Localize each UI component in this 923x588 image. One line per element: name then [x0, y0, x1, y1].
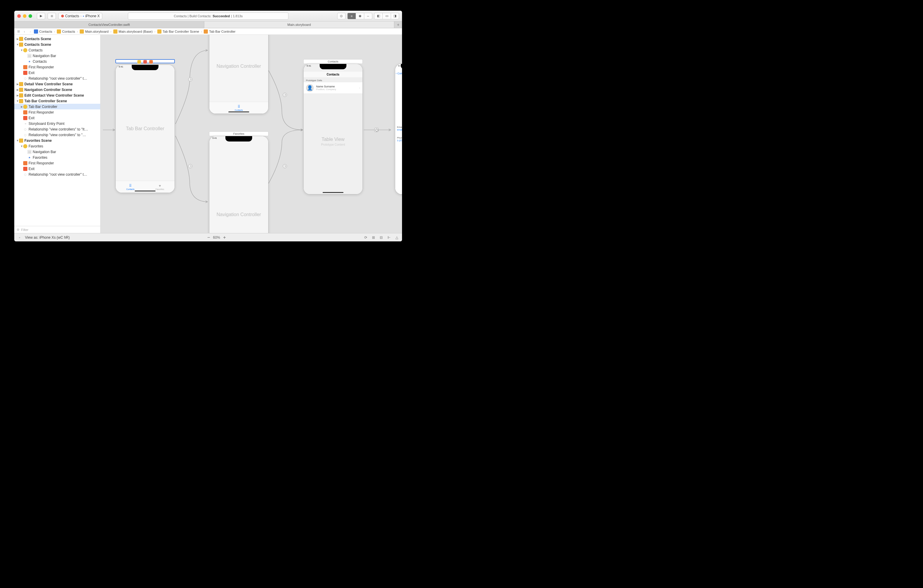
- toggle-debug-button[interactable]: ▭: [383, 13, 391, 19]
- disclosure-arrow-icon[interactable]: ▶: [16, 88, 19, 91]
- activity-prefix: Contacts | Build Contacts:: [174, 14, 212, 18]
- fr-icon: [23, 65, 27, 69]
- close-icon[interactable]: [17, 14, 21, 18]
- update-frames-button[interactable]: ⟳: [363, 235, 368, 240]
- tab-contacts-vc-swift[interactable]: ContactsViewController.swift: [14, 21, 204, 28]
- disclosure-arrow-icon[interactable]: ▼: [16, 139, 19, 142]
- outline-row[interactable]: ★Contacts: [14, 59, 100, 64]
- jump-bar[interactable]: ⊞ ‹ › Contacts› Contacts› Main.storyboar…: [14, 28, 402, 35]
- version-editor-button[interactable]: ↔: [364, 13, 372, 19]
- outline-row[interactable]: First Responder: [14, 64, 100, 70]
- disclosure-arrow-icon[interactable]: ▶: [16, 94, 19, 97]
- jump-item-2[interactable]: Main.storyboard: [85, 30, 108, 33]
- scheme-selector[interactable]: ⬢ Contacts › ▪ iPhone X: [58, 13, 102, 19]
- scheme-device-label: iPhone X: [85, 14, 100, 18]
- toggle-outline-button[interactable]: ▫: [17, 235, 22, 240]
- add-tab-button[interactable]: +: [394, 21, 402, 28]
- contacts-viewcontroller-scene[interactable]: 9:41 Contacts Prototype Cells 👤 Name Sur…: [303, 64, 363, 194]
- outline-row[interactable]: ★Favorites: [14, 154, 100, 160]
- back-button[interactable]: ‹: [22, 30, 27, 33]
- jump-item-1[interactable]: Contacts: [62, 30, 75, 33]
- zoom-icon[interactable]: [28, 14, 32, 18]
- resolve-button[interactable]: △: [394, 235, 399, 240]
- zoom-out-button[interactable]: −: [207, 235, 210, 240]
- disclosure-arrow-icon[interactable]: ▼: [16, 43, 19, 46]
- nav2-title: Navigation Controller: [209, 212, 268, 217]
- navigation-controller-contacts[interactable]: Navigation Controller ⠿Contacts: [209, 35, 269, 114]
- view-as-label[interactable]: View as: iPhone Xs (wC hR): [25, 235, 70, 240]
- forward-button[interactable]: ›: [28, 30, 33, 33]
- outline-row[interactable]: ▼Tab Bar Controller Scene: [14, 98, 100, 104]
- disclosure-arrow-icon[interactable]: ▶: [16, 38, 19, 40]
- disclosure-arrow-icon[interactable]: ▼: [20, 145, 23, 148]
- favorites-scene-label[interactable]: Favorites: [209, 131, 269, 136]
- outline-row[interactable]: ◌Relationship "root view controller" t…: [14, 171, 100, 177]
- outline-label: First Responder: [28, 110, 54, 115]
- outline-row[interactable]: ◌Relationship "view controllers" to "…: [14, 132, 100, 138]
- standard-editor-button[interactable]: ≡: [347, 13, 356, 19]
- chevron-right-icon: ›: [80, 14, 82, 18]
- outline-row[interactable]: ▶Navigation Controller Scene: [14, 87, 100, 92]
- outline-row[interactable]: ▶Edit Contact View Controller Scene: [14, 92, 100, 98]
- segue-badge-icon[interactable]: [374, 128, 379, 132]
- segue-badge-icon[interactable]: [283, 164, 287, 168]
- outline-row[interactable]: ▼Contacts: [14, 47, 100, 53]
- disclosure-arrow-icon[interactable]: ▶: [16, 83, 19, 85]
- disclosure-arrow-icon[interactable]: ▼: [16, 100, 19, 103]
- outline-row[interactable]: Exit: [14, 70, 100, 76]
- assistant-editor-button[interactable]: ◉: [356, 13, 364, 19]
- outline-row[interactable]: ▶Detail View Controller Scene: [14, 81, 100, 87]
- outline-row[interactable]: ▼Contacts Scene: [14, 42, 100, 47]
- jump-item-0[interactable]: Contacts: [39, 30, 52, 33]
- prototype-cell[interactable]: 👤 Name Surname Position, Company ›: [304, 82, 363, 94]
- related-items-icon[interactable]: ⊞: [16, 30, 21, 33]
- segue-badge-icon[interactable]: [283, 93, 287, 97]
- jump-item-3[interactable]: Main.storyboard (Base): [119, 30, 153, 33]
- outline-row[interactable]: ◌Relationship "root view controller" t…: [14, 76, 100, 81]
- navigation-controller-favorites[interactable]: 9:41 Navigation Controller: [209, 136, 269, 233]
- outline-label: Storyboard Entry Point: [28, 122, 64, 126]
- disclosure-arrow-icon[interactable]: ▶: [20, 105, 23, 108]
- pin-button[interactable]: ⊩: [387, 235, 391, 240]
- tabbar-controller-scene[interactable]: 9:41 Tab Bar Controller ⠿Contacts ♥Favor…: [115, 64, 175, 193]
- outline-row[interactable]: →Storyboard Entry Point: [14, 121, 100, 126]
- segue-badge-icon[interactable]: [188, 77, 192, 81]
- fr-icon: [23, 110, 27, 115]
- outline-tree[interactable]: ▶Contacts Scene▼Contacts Scene▼Contacts▭…: [14, 35, 100, 226]
- minimize-icon[interactable]: [23, 14, 26, 18]
- align-button[interactable]: ⊟: [379, 235, 384, 240]
- outline-row[interactable]: Exit: [14, 166, 100, 171]
- rel-icon: ◌: [23, 133, 27, 137]
- tabbar-scene-label[interactable]: [115, 59, 175, 63]
- outline-row[interactable]: ▶Contacts Scene: [14, 36, 100, 42]
- outline-row[interactable]: ▶Tab Bar Controller: [14, 104, 100, 109]
- zoom-in-button[interactable]: +: [223, 235, 226, 240]
- home-indicator-icon: [323, 192, 343, 193]
- outline-label: Navigation Bar: [33, 54, 56, 58]
- stop-button[interactable]: ◼: [48, 13, 56, 19]
- toggle-inspector-button[interactable]: ◨: [391, 13, 399, 19]
- jump-item-4[interactable]: Tab Bar Controller Scene: [163, 30, 199, 33]
- outline-row[interactable]: ◌Relationship "view controllers" to "It…: [14, 126, 100, 132]
- tab-main-storyboard[interactable]: Main.storyboard: [204, 21, 394, 28]
- outline-label: Relationship "root view controller" t…: [28, 76, 87, 80]
- outline-row[interactable]: ▭Navigation Bar: [14, 149, 100, 154]
- outline-row[interactable]: ▼Favorites: [14, 143, 100, 149]
- storyboard-canvas[interactable]: 9:41 Tab Bar Controller ⠿Contacts ♥Favor…: [100, 35, 402, 233]
- outline-filter[interactable]: ⊜ Filter: [14, 226, 100, 233]
- jump-item-5[interactable]: Tab Bar Controller: [209, 30, 235, 33]
- outline-row[interactable]: ▼Favorites Scene: [14, 138, 100, 143]
- toggle-navigator-button[interactable]: ◧: [374, 13, 383, 19]
- segue-badge-icon[interactable]: [188, 164, 192, 168]
- outline-row[interactable]: First Responder: [14, 160, 100, 166]
- contacts-scene-label[interactable]: Contacts: [303, 59, 363, 64]
- document-tabs: ContactsViewController.swift Main.storyb…: [14, 21, 402, 28]
- outline-row[interactable]: ▭Navigation Bar: [14, 53, 100, 59]
- outline-row[interactable]: First Responder: [14, 109, 100, 115]
- run-button[interactable]: ▶: [37, 13, 45, 19]
- outline-row[interactable]: Exit: [14, 115, 100, 121]
- disclosure-arrow-icon[interactable]: ▼: [20, 49, 23, 52]
- library-button[interactable]: ◎: [337, 13, 345, 19]
- detail-viewcontroller-scene[interactable]: 9:41 ‹ Contacts Email email Phone 1-(234: [395, 64, 402, 194]
- embed-in-button[interactable]: ⊞: [371, 235, 376, 240]
